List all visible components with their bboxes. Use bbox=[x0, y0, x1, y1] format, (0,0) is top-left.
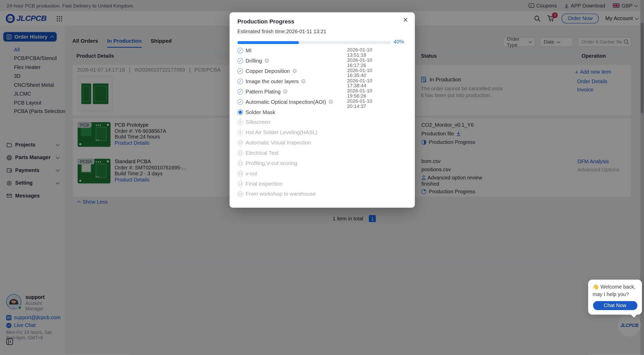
step-timestamp: 2026-01-1017:38:44 bbox=[347, 78, 372, 88]
production-step: 7 Solder Mask bbox=[237, 109, 407, 119]
step-label: Electrical Test bbox=[246, 150, 278, 156]
progress-percent: 40% bbox=[393, 39, 404, 45]
play-video-icon[interactable] bbox=[292, 69, 297, 73]
production-step: 8 Silkscreen bbox=[237, 119, 407, 129]
step-timestamp: 2026-01-1016:17:26 bbox=[347, 58, 372, 68]
production-step: 3 Copper Deposition 2026-01-1016:35:40 bbox=[237, 68, 407, 78]
step-label: MI bbox=[246, 47, 251, 54]
production-step: 12 Profiling,V-cut scoring bbox=[237, 160, 407, 170]
step-label: Profiling,V-cut scoring bbox=[246, 160, 297, 166]
step-status-icon: 5 bbox=[237, 89, 243, 94]
step-label: Final inspection bbox=[246, 180, 283, 187]
step-status-icon: 15 bbox=[237, 191, 243, 197]
play-video-icon[interactable] bbox=[283, 89, 288, 94]
step-label: Hot Air Solder Leveling(HASL) bbox=[246, 129, 317, 135]
step-label: Automatic Optical Inspection(AOI) bbox=[246, 99, 326, 105]
step-status-icon: 11 bbox=[237, 150, 243, 156]
jlcpcb-order-page: 24-hour PCB production. Fast Delivery to… bbox=[0, 0, 644, 355]
progress-bar-fill bbox=[237, 41, 299, 44]
production-progress-modal: Production Progress ✕ Estimated finish t… bbox=[230, 12, 415, 208]
step-timestamp: 2026-01-1019:56:26 bbox=[347, 88, 372, 99]
production-step: 2 Drilling 2026-01-1016:17:26 bbox=[237, 58, 407, 68]
step-label: Image the outer layers bbox=[246, 78, 299, 84]
step-status-icon: 14 bbox=[237, 181, 243, 187]
modal-title: Production Progress bbox=[237, 18, 294, 25]
play-video-icon[interactable] bbox=[264, 58, 269, 63]
step-label: v-cut bbox=[246, 170, 257, 176]
step-status-icon: 8 bbox=[237, 119, 243, 125]
step-status-icon: 9 bbox=[237, 130, 243, 135]
close-icon[interactable]: ✕ bbox=[403, 17, 408, 24]
step-status-icon: 7 bbox=[237, 109, 243, 115]
progress-bar bbox=[237, 41, 391, 44]
production-step: 14 Final inspection bbox=[237, 180, 407, 191]
play-video-icon[interactable] bbox=[329, 99, 333, 104]
production-step: 11 Electrical Test bbox=[237, 150, 407, 160]
production-step: 10 Automatic Visual Inspection bbox=[237, 140, 407, 150]
step-status-icon: 2 bbox=[237, 58, 243, 64]
production-steps: 1 MI 2026-01-1013:51:18 2 Drilling 2026-… bbox=[237, 47, 407, 201]
step-timestamp: 2026-01-1016:35:40 bbox=[347, 68, 372, 78]
step-label: Drilling bbox=[246, 58, 262, 64]
production-step: 15 From workshop to warehouse bbox=[237, 191, 407, 201]
step-timestamp: 2026-01-1020:14:37 bbox=[347, 99, 372, 109]
production-step: 4 Image the outer layers 2026-01-1017:38… bbox=[237, 78, 407, 88]
chat-now-button[interactable]: Chat Now bbox=[593, 301, 637, 310]
step-label: Solder Mask bbox=[246, 109, 275, 115]
chat-widget: 👋 Welcome back, may I help you? Chat Now bbox=[588, 280, 642, 315]
step-label: Copper Deposition bbox=[246, 68, 290, 74]
production-step: 13 v-cut bbox=[237, 170, 407, 180]
chat-greeting: 👋 Welcome back, may I help you? bbox=[593, 283, 637, 298]
step-status-icon: 4 bbox=[237, 79, 243, 84]
production-step: 5 Pattern Plating 2026-01-1019:56:26 bbox=[237, 88, 407, 99]
production-step: 6 Automatic Optical Inspection(AOI) 2026… bbox=[237, 99, 407, 109]
step-status-icon: 6 bbox=[237, 99, 243, 105]
step-status-icon: 13 bbox=[237, 171, 243, 176]
step-status-icon: 10 bbox=[237, 140, 243, 146]
production-step: 1 MI 2026-01-1013:51:18 bbox=[237, 47, 407, 58]
step-status-icon: 12 bbox=[237, 160, 243, 166]
production-step: 9 Hot Air Solder Leveling(HASL) bbox=[237, 129, 407, 140]
play-video-icon[interactable] bbox=[301, 79, 306, 83]
step-label: Automatic Visual Inspection bbox=[246, 140, 311, 146]
step-label: Pattern Plating bbox=[246, 88, 280, 94]
estimated-finish-time: Estimated finish time:2026-01-11 13:21 bbox=[237, 29, 326, 34]
step-status-icon: 3 bbox=[237, 68, 243, 74]
step-label: From workshop to warehouse bbox=[246, 191, 316, 197]
step-label: Silkscreen bbox=[246, 119, 270, 125]
step-timestamp: 2026-01-1013:51:18 bbox=[347, 47, 372, 58]
step-status-icon: 1 bbox=[237, 48, 243, 53]
